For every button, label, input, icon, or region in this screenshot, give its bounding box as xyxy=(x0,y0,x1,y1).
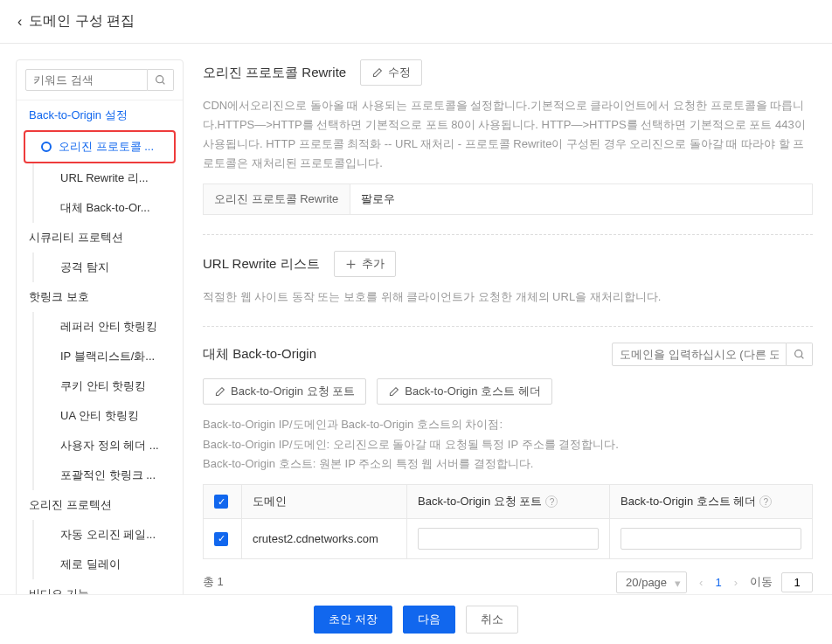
save-draft-button[interactable]: 초안 저장 xyxy=(314,606,392,634)
edit-button[interactable]: 수정 xyxy=(360,59,422,86)
next-button[interactable]: 다음 xyxy=(403,606,455,634)
svg-point-4 xyxy=(795,350,802,357)
edit-icon xyxy=(371,67,383,79)
checkbox-checked-icon[interactable]: ✓ xyxy=(214,495,228,509)
sidebar-group-hotlink: 핫링크 보호 xyxy=(17,282,183,312)
help-icon[interactable]: ? xyxy=(759,495,772,508)
kv-label-origin-protocol: 오리진 프로토콜 Rewrite xyxy=(204,184,350,214)
sidebar-item-auto-origin-fail[interactable]: 자동 오리진 페일... xyxy=(32,520,183,550)
chevron-down-icon: ▾ xyxy=(675,577,681,590)
cancel-button[interactable]: 취소 xyxy=(466,606,518,634)
sidebar-item-comprehensive-hotlink[interactable]: 포괄적인 핫링크 ... xyxy=(32,460,183,490)
origin-protocol-title: 오리진 프로토콜 Rewrite xyxy=(203,65,346,81)
sidebar-item-back-to-origin-settings[interactable]: Back-to-Origin 설정 xyxy=(17,100,183,130)
footer-bar: 초안 저장 다음 취소 xyxy=(0,594,832,644)
kv-value-origin-protocol: 팔로우 xyxy=(350,184,812,214)
sidebar-item-url-rewrite[interactable]: URL Rewrite 리... xyxy=(32,163,183,193)
svg-line-5 xyxy=(801,357,803,358)
selected-dot-icon xyxy=(41,142,52,152)
host-input[interactable] xyxy=(621,528,801,550)
edit-icon xyxy=(214,386,225,398)
sidebar-item-zero-delay[interactable]: 제로 딜레이 xyxy=(32,550,183,579)
url-rewrite-title: URL Rewrite 리스트 xyxy=(203,256,320,273)
page-title: 도메인 구성 편집 xyxy=(29,12,135,31)
sidebar-item-ua-anti[interactable]: UA 안티 핫링킹 xyxy=(32,401,183,431)
edit-button-label: 수정 xyxy=(388,65,411,80)
sidebar-item-referer-anti[interactable]: 레퍼러 안티 핫링킹 xyxy=(32,312,183,342)
plus-icon xyxy=(345,259,357,270)
table-header-checkbox[interactable]: ✓ xyxy=(204,484,242,518)
section-separator xyxy=(203,326,813,327)
alt-origin-title: 대체 Back-to-Origin xyxy=(203,346,316,363)
add-button[interactable]: 추가 xyxy=(334,251,396,277)
back-chevron-icon[interactable]: ‹ xyxy=(17,14,22,30)
url-rewrite-desc: 적절한 웹 사이트 동작 또는 보호를 위해 클라이언트가 요청한 개체의 UR… xyxy=(203,287,813,307)
per-page-select[interactable]: 20/page ▾ xyxy=(616,571,687,593)
goto-page-input[interactable] xyxy=(781,572,813,592)
back-to-origin-port-button[interactable]: Back-to-Origin 요청 포트 xyxy=(203,378,366,405)
table-row: ✓ crutest2.cdnetworks.com xyxy=(204,518,813,558)
origin-table: ✓ 도메인 Back-to-Origin 요청 포트? Back-to-Orig… xyxy=(203,484,813,559)
sidebar-item-ip-blacklist[interactable]: IP 블랙리스트/화... xyxy=(32,342,183,371)
sidebar-item-attack-detection[interactable]: 공격 탐지 xyxy=(32,253,183,282)
svg-point-0 xyxy=(156,76,163,83)
sidebar-group-security: 시큐리티 프로텍션 xyxy=(17,223,183,253)
sidebar-item-origin-protocol[interactable]: 오리진 프로토콜 ... xyxy=(24,130,176,163)
sidebar: Back-to-Origin 설정 오리진 프로토콜 ... URL Rewri… xyxy=(16,59,184,644)
edit-icon xyxy=(388,386,399,398)
keyword-search-input[interactable] xyxy=(25,69,148,91)
button-label: Back-to-Origin 요청 포트 xyxy=(231,384,355,399)
next-page-button[interactable]: › xyxy=(731,576,741,589)
table-header-port: Back-to-Origin 요청 포트? xyxy=(407,484,610,518)
domain-search-input[interactable] xyxy=(612,343,787,366)
sidebar-item-alt-back-to-origin[interactable]: 대체 Back-to-Or... xyxy=(32,193,183,223)
add-button-label: 추가 xyxy=(362,256,385,272)
prev-page-button[interactable]: ‹ xyxy=(696,576,706,589)
origin-protocol-desc: CDN에서오리진으로 돌아올 때 사용되는 프로토콜을 설정합니다.기본적으로 … xyxy=(203,96,813,173)
current-page[interactable]: 1 xyxy=(715,576,721,589)
back-to-origin-host-button[interactable]: Back-to-Origin 호스트 헤더 xyxy=(377,378,551,405)
section-separator xyxy=(203,234,813,235)
keyword-search-button[interactable] xyxy=(148,69,174,91)
checkbox-checked-icon[interactable]: ✓ xyxy=(214,532,228,546)
alt-origin-info: Back-to-Origin IP/도메인과 Back-to-Origin 호스… xyxy=(203,415,813,473)
sidebar-item-label: 오리진 프로토콜 ... xyxy=(59,139,154,155)
help-icon[interactable]: ? xyxy=(545,495,558,508)
domain-search-button[interactable] xyxy=(787,343,813,366)
goto-label: 이동 xyxy=(750,574,773,590)
search-icon xyxy=(155,74,166,86)
port-input[interactable] xyxy=(418,528,599,550)
svg-line-1 xyxy=(163,82,164,84)
sidebar-group-origin-protection: 오리진 프로텍션 xyxy=(17,490,183,520)
sidebar-item-custom-header[interactable]: 사용자 정의 헤더 ... xyxy=(32,431,183,460)
button-label: Back-to-Origin 호스트 헤더 xyxy=(405,384,540,399)
table-header-host: Back-to-Origin 호스트 헤더? xyxy=(610,484,813,518)
cell-domain: crutest2.cdnetworks.com xyxy=(242,518,407,558)
sidebar-item-cookie-anti[interactable]: 쿠키 안티 핫링킹 xyxy=(32,371,183,401)
main-content: 오리진 프로토콜 Rewrite 수정 CDN에서오리진으로 돌아올 때 사용되… xyxy=(199,59,816,644)
table-header-domain: 도메인 xyxy=(242,484,407,518)
total-count: 총 1 xyxy=(203,574,224,590)
search-icon xyxy=(794,349,805,360)
